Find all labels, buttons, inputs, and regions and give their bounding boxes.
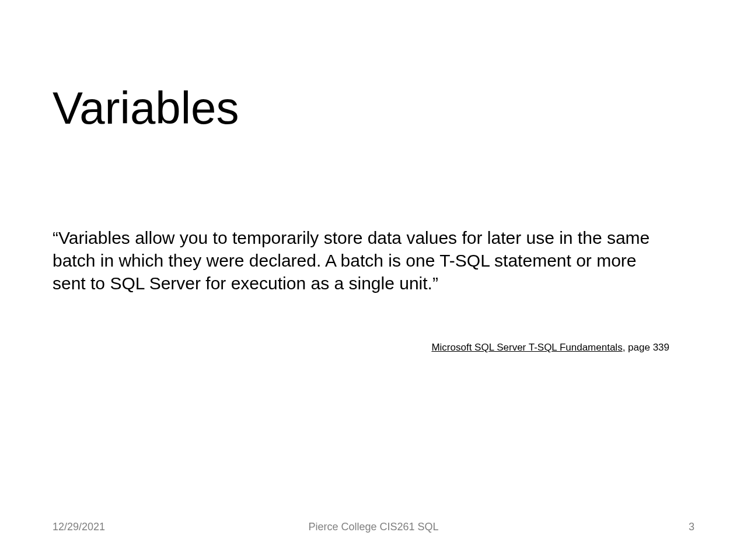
slide-body-text: “Variables allow you to temporarily stor… [53, 226, 671, 295]
citation-source: Microsoft SQL Server T-SQL Fundamentals [431, 342, 622, 353]
citation: Microsoft SQL Server T-SQL Fundamentals,… [431, 342, 669, 354]
footer-page-number: 3 [689, 521, 694, 533]
citation-page: , page 339 [623, 342, 669, 353]
slide-title: Variables [53, 82, 239, 135]
footer-center: Pierce College CIS261 SQL [308, 521, 438, 533]
slide-container: Variables “Variables allow you to tempor… [0, 0, 747, 560]
footer-date: 12/29/2021 [53, 521, 105, 533]
